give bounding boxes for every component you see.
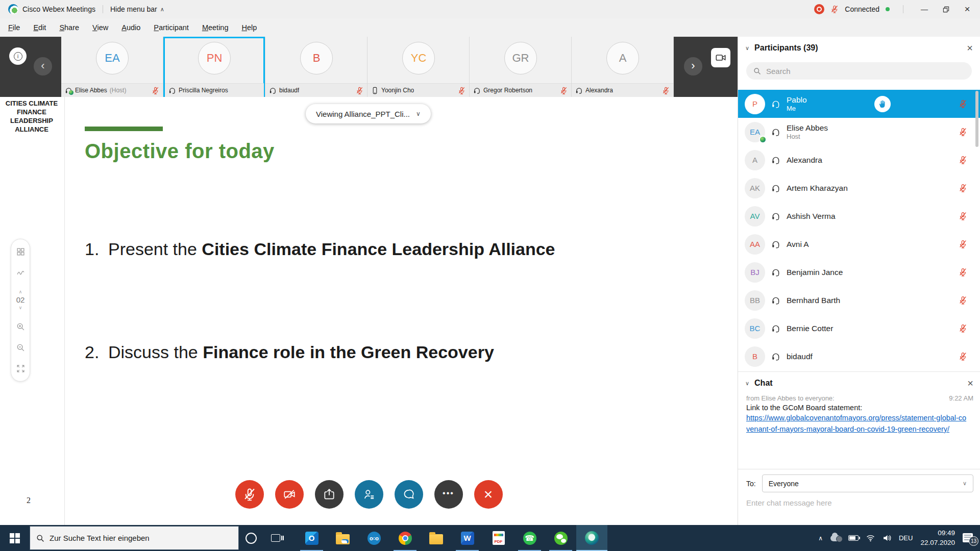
menu-view[interactable]: View (92, 23, 108, 32)
zoom-in-icon[interactable] (16, 322, 25, 331)
outlook-icon: O (305, 532, 318, 545)
onedrive-paused-icon[interactable] (830, 535, 841, 541)
cortana-button[interactable] (239, 525, 263, 551)
headset-icon (771, 352, 780, 361)
page-up-icon[interactable]: ∧ (19, 289, 22, 294)
chat-message-link[interactable]: https://www.globalcovenantofmayors.org/p… (738, 412, 978, 435)
restore-button[interactable] (938, 3, 953, 15)
chat-button[interactable] (395, 480, 423, 509)
close-participants-icon[interactable]: × (967, 42, 973, 54)
video-tile-elise[interactable]: EA Elise Abbes (Host) (61, 37, 163, 97)
participant-name: Artem Kharazyan (787, 183, 848, 193)
avatar: B (745, 346, 765, 367)
video-layout-button[interactable] (711, 48, 730, 67)
taskbar-wechat[interactable] (545, 525, 576, 551)
wifi-icon[interactable] (866, 534, 875, 542)
taskbar-explorer[interactable] (421, 525, 452, 551)
chat-message-input[interactable]: Enter chat message here (746, 498, 832, 507)
participant-row-alexandra[interactable]: A Alexandra (738, 146, 980, 174)
taskbar-pdf[interactable]: PDF (483, 525, 514, 551)
fullscreen-icon[interactable] (16, 364, 25, 373)
participant-row-ashish[interactable]: AV Ashish Verma (738, 202, 980, 230)
participants-scrollbar[interactable] (975, 91, 978, 147)
leave-meeting-button[interactable]: × (474, 480, 503, 509)
collapse-icon[interactable]: ∨ (745, 45, 749, 52)
participant-row-elise[interactable]: EA Elise Abbes Host (738, 118, 980, 146)
video-tile-gregor[interactable]: GR Gregor Robertson (470, 37, 572, 97)
chat-header: ∨ Chat × (738, 372, 980, 394)
chat-title: Chat (754, 379, 773, 388)
hide-menu-bar-button[interactable]: Hide menu bar ∧ (110, 5, 164, 13)
taskbar-nextcloud[interactable]: o○o (358, 525, 389, 551)
chat-section: ∨ Chat × from Elise Abbes to everyone: 9… (738, 371, 980, 525)
taskbar-webex-active[interactable] (576, 525, 607, 551)
taskbar-chrome[interactable] (389, 525, 421, 551)
task-view-button[interactable] (263, 525, 288, 551)
taskbar-word[interactable]: W (452, 525, 483, 551)
volume-icon[interactable] (883, 534, 891, 542)
participant-row-bernhard[interactable]: BB Bernhard Barth (738, 286, 980, 314)
unmute-button[interactable] (235, 480, 264, 509)
raised-hand-icon (878, 99, 888, 109)
minimize-button[interactable]: — (917, 3, 932, 15)
avatar: AK (745, 178, 765, 198)
language-indicator[interactable]: DEU (899, 534, 913, 542)
start-button[interactable] (0, 525, 30, 551)
participant-row-bidaudf[interactable]: B bidaudf (738, 342, 980, 369)
taskbar-outlook[interactable]: O (296, 525, 327, 551)
recipient-select[interactable]: Everyone ∨ (762, 474, 973, 492)
battery-icon[interactable] (848, 535, 859, 541)
participant-search-input[interactable]: Search (746, 62, 972, 80)
taskbar-search-input[interactable]: Zur Suche Text hier eingeben (30, 526, 239, 550)
next-participants-button[interactable]: › (684, 57, 702, 76)
avatar: A (745, 150, 765, 170)
participant-row-avni[interactable]: AA Avni A (738, 230, 980, 258)
thumbnail-grid-icon[interactable] (16, 247, 25, 256)
video-tile-priscilla-selected[interactable]: PN Priscilla Negreiros (163, 37, 265, 97)
collapse-icon[interactable]: ∨ (745, 380, 749, 387)
taskbar-folder-onedrive[interactable] (327, 525, 358, 551)
tray-expand-icon[interactable]: ∧ (818, 535, 823, 542)
menu-share[interactable]: Share (59, 23, 79, 32)
start-video-button[interactable] (275, 480, 304, 509)
close-window-button[interactable]: × (960, 3, 975, 15)
menu-meeting[interactable]: Meeting (202, 23, 229, 32)
menu-participant[interactable]: Participant (154, 23, 189, 32)
page-down-icon[interactable]: ∨ (19, 305, 22, 310)
mic-off-icon (662, 87, 670, 94)
viewing-dropdown[interactable]: Viewing Alliance_PPT_Cli... ∨ (306, 104, 431, 123)
zoom-out-icon[interactable] (16, 343, 25, 352)
clock[interactable]: 09:49 22.07.2020 (920, 529, 955, 547)
info-button[interactable]: i (9, 47, 27, 65)
menu-audio[interactable]: Audio (121, 23, 140, 32)
mic-off-icon (243, 488, 256, 501)
more-options-button[interactable]: ••• (434, 480, 463, 509)
menu-file[interactable]: File (8, 23, 20, 32)
menu-help[interactable]: Help (241, 23, 257, 32)
taskbar-whatsapp[interactable]: ☎ (514, 525, 545, 551)
participants-button[interactable] (355, 480, 383, 509)
notification-center-button[interactable]: 13 (963, 533, 975, 543)
close-chat-icon[interactable]: × (967, 378, 973, 389)
share-content-button[interactable] (315, 480, 344, 509)
lower-hand-button[interactable] (874, 96, 891, 112)
mic-off-icon (458, 87, 465, 94)
annotate-icon[interactable] (16, 268, 25, 277)
video-tile-bidaudf[interactable]: B bidaudf (265, 37, 368, 97)
recording-indicator-icon[interactable] (814, 4, 824, 14)
video-tile-alexandra[interactable]: A Alexandra (572, 37, 674, 97)
menu-edit[interactable]: Edit (33, 23, 46, 32)
participant-row-artem[interactable]: AK Artem Kharazyan (738, 174, 980, 202)
participant-row-bernie[interactable]: BC Bernie Cotter (738, 314, 980, 342)
mic-off-icon (959, 156, 967, 164)
host-suffix: (Host) (110, 87, 127, 94)
participant-row-pablo[interactable]: P Pablo Me (738, 90, 980, 118)
video-tile-yoonjin[interactable]: YC Yoonjin Cho (368, 37, 470, 97)
divider (103, 5, 103, 13)
participant-name: Pablo (787, 95, 807, 105)
search-icon (36, 534, 44, 542)
participant-row-benjamin[interactable]: BJ Benjamin Jance (738, 258, 980, 286)
participant-name: Bernhard Barth (787, 295, 840, 305)
previous-participants-button[interactable]: ‹ (34, 57, 52, 76)
slide-title: Objective for today (85, 140, 275, 163)
